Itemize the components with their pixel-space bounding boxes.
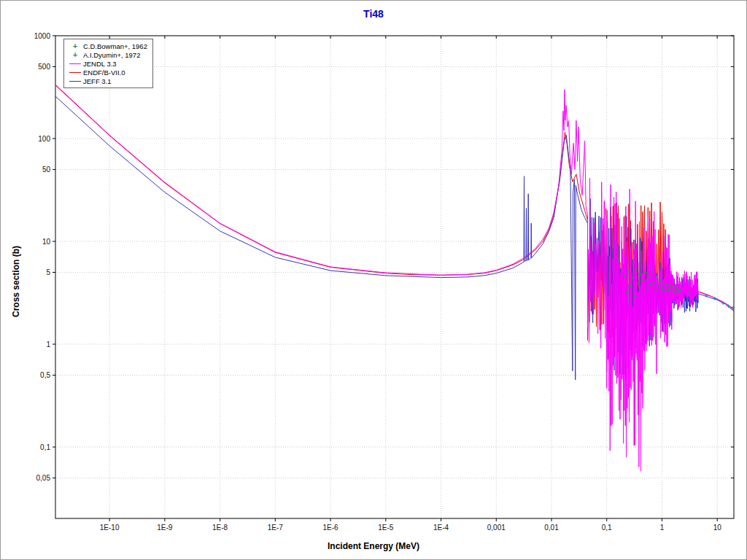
legend-item: JENDL 3.3 <box>67 59 147 68</box>
x-tick-label: 1E-4 <box>433 524 449 532</box>
legend: +C.D.Bowman+, 1962+A.I.Dyumin+, 1972JEND… <box>63 39 153 88</box>
plus-marker-icon: + <box>67 43 83 50</box>
line-sample-icon <box>67 63 83 64</box>
line-sample-icon <box>67 72 83 73</box>
legend-label: JENDL 3.3 <box>83 60 117 68</box>
y-tick-label: 100 <box>38 135 50 143</box>
y-tick-label: 1 <box>46 341 50 349</box>
x-tick-label: 1E-6 <box>323 524 339 532</box>
legend-label: C.D.Bowman+, 1962 <box>83 42 147 50</box>
legend-item: JEFF 3.1 <box>67 77 147 85</box>
legend-item: +C.D.Bowman+, 1962 <box>67 42 147 50</box>
y-tick-label: 5 <box>46 268 50 276</box>
y-tick-label: 10 <box>42 238 51 246</box>
y-tick-label: 0,1 <box>40 443 50 451</box>
y-tick-label: 1000 <box>34 32 51 40</box>
line-sample-icon <box>67 81 83 82</box>
x-tick-label: 1E-8 <box>212 524 228 532</box>
x-axis-label: Incident Energy (MeV) <box>1 541 746 551</box>
plus-marker-icon: + <box>67 52 83 58</box>
y-axis-label: Cross section (b) <box>11 246 21 317</box>
y-tick-label: 0,5 <box>40 371 50 379</box>
y-tick-label: 50 <box>42 166 51 174</box>
x-tick-label: 1E-10 <box>100 524 120 532</box>
legend-item: +A.I.Dyumin+, 1972 <box>67 50 147 59</box>
x-tick-label: 1 <box>660 524 665 532</box>
x-tick-label: 1E-9 <box>157 524 173 532</box>
x-tick-label: 1E-5 <box>378 524 394 532</box>
x-tick-label: 0,1 <box>602 524 612 532</box>
legend-item: ENDF/B-VII.0 <box>67 68 147 77</box>
legend-label: A.I.Dyumin+, 1972 <box>83 51 140 59</box>
x-tick-label: 0,01 <box>544 524 559 532</box>
x-tick-label: 10 <box>713 524 722 532</box>
plot-window: Ti48 1E-101E-91E-81E-71E-61E-51E-40,0010… <box>0 0 747 560</box>
legend-label: JEFF 3.1 <box>83 77 112 85</box>
legend-label: ENDF/B-VII.0 <box>83 69 125 77</box>
y-tick-label: 500 <box>38 63 50 71</box>
x-tick-label: 0,001 <box>487 524 506 532</box>
x-tick-label: 1E-7 <box>268 524 284 532</box>
y-tick-label: 0,05 <box>36 474 51 482</box>
